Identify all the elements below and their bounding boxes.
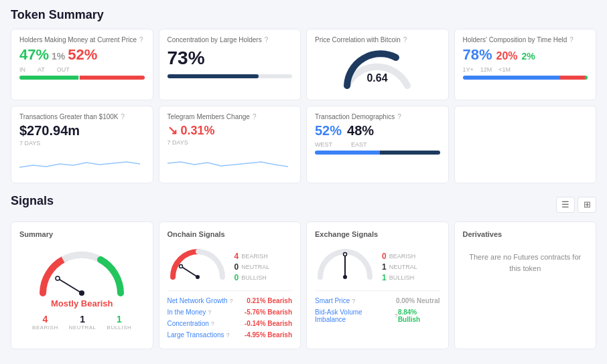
onchain-row-0-label[interactable]: Net Network Growth ? — [167, 297, 233, 304]
concentration-info-icon[interactable]: ? — [265, 36, 269, 43]
holders-comp-bar-12m — [560, 76, 585, 80]
transactions-info-icon[interactable]: ? — [121, 113, 125, 120]
correlation-label: Price Correlation with Bitcoin — [315, 36, 401, 43]
concentration-label: Concentration by Large Holders — [167, 36, 262, 43]
onchain-row-3-label[interactable]: Large Transactions ? — [167, 331, 230, 339]
holders-pct-gray: 1% — [52, 51, 65, 62]
signal-counts: 4 BEARISH 1 NEUTRAL 1 BULLISH — [32, 314, 131, 331]
holders-money-info-icon[interactable]: ? — [139, 36, 143, 43]
exchange-row-0: Smart Price ? 0.00% Neutral — [315, 295, 440, 306]
onchain-row-1-label[interactable]: In the Money ? — [167, 308, 212, 316]
svg-point-6 — [179, 265, 182, 268]
signals-controls: ☰ ⊞ — [556, 197, 596, 213]
transactions-label: Transactions Greater than $100K — [19, 113, 119, 120]
onchain-gauge-svg — [167, 245, 228, 282]
demographics-west: 52% — [315, 123, 342, 139]
onchain-signal-card: Onchain Signals 4 BEARISH — [159, 221, 301, 349]
exchange-card-title: Exchange Signals — [315, 230, 440, 238]
holders-comp-bar-1y — [463, 76, 560, 80]
exchange-row-1: Bid-Ask Volume Imbalance ? 8.84% Bullish — [315, 306, 440, 325]
onchain-layout: 4 BEARISH 0 NEUTRAL 0 BULLISH — [167, 245, 293, 284]
signals-title: Signals — [11, 194, 54, 208]
correlation-card: Price Correlation with Bitcoin ? 0.64 — [306, 29, 449, 100]
onchain-row-3-val: -4.95% Bearish — [245, 331, 292, 339]
telegram-value: ↘ 0.31% — [167, 123, 293, 138]
holders-comp-lbl-1y: 1Y+ — [463, 66, 474, 73]
onchain-gauge — [167, 245, 228, 284]
concentration-bar-fill — [167, 74, 259, 78]
svg-point-3 — [56, 276, 60, 280]
telegram-days: 7 DAYS — [167, 139, 293, 146]
telegram-label: Telegram Members Change — [167, 113, 250, 120]
grid-icon: ⊞ — [584, 199, 591, 209]
onchain-bullish-count: 0 BULLISH — [234, 273, 270, 282]
holders-making-money-card: Holders Making Money at Current Price ? … — [11, 29, 153, 100]
transactions-amount: $270.94m — [19, 123, 145, 139]
demographics-lbl-east: EAST — [351, 141, 367, 148]
holders-comp-lbl-1m: <1M — [498, 66, 511, 73]
svg-text:0.64: 0.64 — [367, 72, 388, 84]
holders-comp-card: Holders' Composition by Time Held ? 78% … — [454, 29, 597, 100]
correlation-info-icon[interactable]: ? — [403, 36, 407, 43]
onchain-table: Net Network Growth ? 0.21% Bearish In th… — [167, 290, 293, 341]
onchain-counts: 4 BEARISH 0 NEUTRAL 0 BULLISH — [234, 245, 270, 282]
onchain-row-2-label[interactable]: Concentration ? — [167, 320, 214, 327]
exchange-counts: 0 BEARISH 1 NEUTRAL 1 BULLISH — [382, 245, 417, 282]
correlation-gauge-svg: 0.64 — [340, 47, 414, 92]
onchain-row-0-val: 0.21% Bearish — [247, 297, 292, 304]
demographics-label: Transaction Demographics — [315, 113, 395, 120]
svg-point-5 — [196, 275, 200, 279]
exchange-table: Smart Price ? 0.00% Neutral Bid-Ask Volu… — [315, 290, 440, 325]
concentration-value: 73% — [167, 48, 293, 69]
exchange-row-1-label[interactable]: Bid-Ask Volume Imbalance ? — [315, 308, 398, 323]
svg-line-4 — [181, 266, 198, 277]
holders-comp-label: Holders' Composition by Time Held — [463, 36, 567, 43]
holders-comp-1m: 2% — [522, 51, 535, 62]
exchange-neutral-count: 1 NEUTRAL — [382, 262, 417, 272]
summary-gauge: Mostly Bearish 4 BEARISH 1 NEUTRAL 1 BUL… — [19, 245, 145, 331]
transactions-days: 7 DAYS — [19, 140, 145, 147]
exchange-bearish-count: 0 BEARISH — [382, 252, 417, 261]
correlation-gauge: 0.64 — [315, 46, 440, 93]
signals-grid: Summary Mostly Bearish 4 — [11, 221, 596, 349]
exchange-row-1-val: 8.84% Bullish — [398, 308, 440, 323]
summary-gauge-label: Mostly Bearish — [51, 298, 113, 308]
demographics-info-icon[interactable]: ? — [397, 113, 401, 120]
holders-money-label: Holders Making Money at Current Price ? — [19, 36, 145, 43]
demographics-bar-east — [380, 151, 440, 155]
grid-view-button[interactable]: ⊞ — [578, 197, 596, 213]
summary-signal-card: Summary Mostly Bearish 4 — [11, 221, 153, 349]
derivatives-card: Derivatives There are no Futures contrac… — [454, 221, 597, 349]
exchange-layout: 0 BEARISH 1 NEUTRAL 1 BULLISH — [315, 245, 440, 284]
onchain-row-1-val: -5.76% Bearish — [245, 308, 292, 316]
exchange-signal-card: Exchange Signals 0 BEARISH — [306, 221, 449, 349]
holders-bar — [19, 76, 145, 80]
derivatives-card-title: Derivatives — [463, 230, 588, 238]
summary-card-title: Summary — [19, 230, 145, 238]
holders-comp-info-icon[interactable]: ? — [569, 36, 574, 43]
holders-comp-1y: 78% — [463, 46, 492, 64]
svg-point-8 — [343, 275, 347, 279]
list-view-button[interactable]: ☰ — [556, 197, 575, 213]
telegram-chart — [167, 150, 288, 173]
onchain-row-3: Large Transactions ? -4.95% Bearish — [167, 329, 293, 341]
holders-comp-12m: 20% — [496, 50, 518, 62]
exchange-row-0-label[interactable]: Smart Price ? — [315, 297, 355, 304]
token-summary-title: Token Summary — [11, 8, 596, 22]
onchain-row-2-val: -0.14% Bearish — [245, 320, 292, 327]
svg-point-9 — [344, 253, 347, 256]
demographics-east: 48% — [347, 123, 374, 139]
holders-pct-red: 52% — [68, 46, 97, 64]
exchange-gauge-svg — [315, 245, 375, 282]
transactions-chart — [19, 151, 140, 174]
holders-label-out: OUT — [57, 66, 70, 73]
main-page: Token Summary Holders Making Money at Cu… — [0, 0, 607, 364]
list-icon: ☰ — [561, 199, 569, 209]
holders-label-at: AT — [38, 66, 45, 73]
holders-comp-lbl-12m: 12M — [480, 66, 492, 73]
exchange-bullish-count: 1 BULLISH — [382, 273, 417, 282]
demographics-card: Transaction Demographics ? 52% 48% WEST … — [306, 106, 449, 183]
telegram-card: Telegram Members Change ? ↘ 0.31% 7 DAYS — [159, 106, 301, 183]
empty-card — [454, 106, 597, 183]
telegram-info-icon[interactable]: ? — [253, 113, 257, 120]
